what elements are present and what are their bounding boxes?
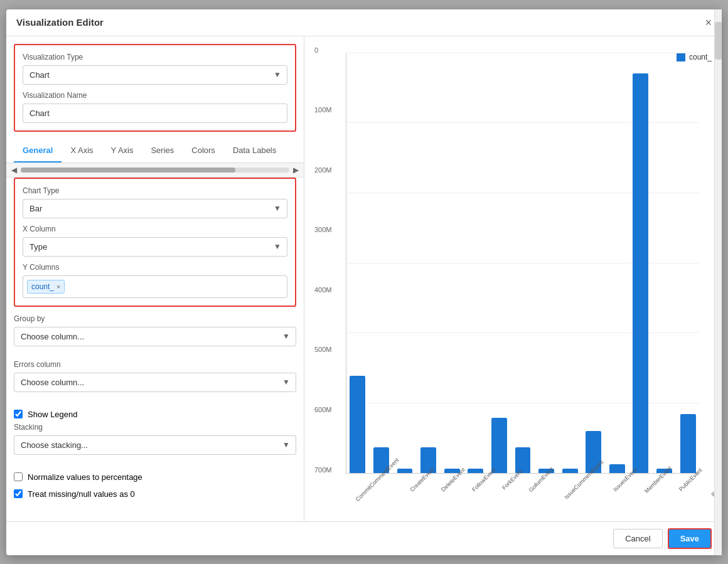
x-column-label: X Column: [23, 225, 287, 233]
bar-group: [464, 53, 487, 473]
bar: [680, 414, 696, 473]
x-label: ForkEvent: [497, 475, 523, 511]
bar-group: [346, 53, 369, 473]
bar: [397, 469, 413, 473]
show-legend-checkbox[interactable]: [14, 410, 23, 418]
chart-type-wrapper: Bar ▼: [23, 199, 287, 218]
bar-group: [629, 53, 652, 473]
normalize-label: Normalize values to percentage: [28, 472, 142, 482]
show-legend-label: Show Legend: [28, 410, 78, 419]
x-axis-labels: CommitCommentEventCreateEventDeleteEvent…: [346, 475, 699, 511]
x-label: CreateEvent: [404, 475, 436, 511]
modal-body: Visualization Type Chart ▼ Visualization…: [6, 36, 722, 521]
y-column-tag-label: count_: [31, 282, 54, 291]
treat-missing-checkbox[interactable]: [14, 489, 23, 498]
bar: [468, 469, 483, 473]
scroll-track: [21, 168, 289, 173]
x-label: PublicEvent: [673, 475, 704, 511]
scrollbar[interactable]: [714, 36, 722, 521]
show-legend-row: Show Legend: [6, 406, 304, 423]
x-label: IssuesEvent: [608, 475, 638, 511]
tab-series[interactable]: Series: [142, 139, 183, 162]
tab-data-labels[interactable]: Data Labels: [224, 139, 285, 162]
scroll-thumb[interactable]: [21, 168, 235, 173]
visualization-editor-modal: Visualization Editor × Visualization Typ…: [6, 9, 722, 555]
y-column-tag: count_ ×: [27, 280, 65, 294]
bar: [350, 376, 365, 472]
y-columns-box[interactable]: count_ ×: [23, 275, 287, 298]
x-column-wrapper: Type ▼: [23, 237, 287, 257]
bar-group: [606, 53, 629, 473]
y-axis-labels: 700M 600M 500M 400M 300M 200M 100M 0: [314, 46, 343, 474]
right-panel: count_ 700M 600M 500M 400M 300M 200M 100…: [304, 36, 722, 521]
bar: [609, 464, 625, 472]
scroll-right-icon[interactable]: ▶: [293, 166, 299, 174]
viz-type-select[interactable]: Chart: [23, 65, 287, 85]
chart-type-label: Chart Type: [23, 186, 287, 195]
bar-group: [393, 53, 416, 473]
chart-type-select[interactable]: Bar: [23, 199, 287, 218]
tabs-bar: General X Axis Y Axis Series Colors Data…: [6, 139, 304, 163]
viz-name-label: Visualization Name: [23, 91, 287, 100]
errors-column-section: Errors column Choose column... ▼: [6, 360, 304, 406]
chart-area: count_ 700M 600M 500M 400M 300M 200M 100…: [314, 46, 712, 511]
tab-y-axis[interactable]: Y Axis: [102, 139, 142, 162]
stacking-select[interactable]: Choose stacking...: [14, 435, 296, 455]
bar-group: [677, 53, 699, 473]
save-button[interactable]: Save: [668, 528, 712, 549]
treat-missing-row: Treat missing/null values as 0: [6, 486, 304, 503]
y-label-7: 700M: [314, 466, 343, 474]
x-label: IssueCommentEvent: [555, 475, 608, 511]
group-by-label: Group by: [14, 314, 296, 323]
y-label-4: 400M: [314, 286, 343, 294]
bar: [562, 469, 578, 473]
x-label: DeleteEvent: [436, 475, 466, 511]
viz-type-wrapper: Chart ▼: [23, 65, 287, 85]
group-by-select[interactable]: Choose column...: [14, 327, 296, 346]
y-label-0: 0: [314, 46, 343, 54]
left-panel: Visualization Type Chart ▼ Visualization…: [6, 36, 304, 521]
x-label: GollumEvent: [523, 475, 555, 511]
tab-colors[interactable]: Colors: [183, 139, 224, 162]
viz-type-label: Visualization Type: [23, 53, 287, 61]
x-label: MemberEvent: [638, 475, 673, 511]
stacking-label: Stacking: [14, 423, 296, 432]
bar-group: [535, 53, 558, 473]
cancel-button[interactable]: Cancel: [613, 529, 662, 548]
modal-overlay: Visualization Editor × Visualization Typ…: [0, 0, 728, 564]
errors-column-wrapper: Choose column... ▼: [14, 373, 296, 392]
scroll-left-icon[interactable]: ◀: [11, 166, 17, 174]
bar-group: [582, 53, 605, 473]
stacking-section: Stacking Choose stacking... ▼: [6, 423, 304, 469]
tab-x-axis[interactable]: X Axis: [62, 139, 102, 162]
x-column-select[interactable]: Type: [23, 237, 287, 257]
stacking-wrapper: Choose stacking... ▼: [14, 435, 296, 455]
chart-config-section: Chart Type Bar ▼ X Column Type ▼: [14, 178, 296, 307]
errors-column-label: Errors column: [14, 360, 296, 369]
group-by-wrapper: Choose column... ▼: [14, 327, 296, 346]
bar-group: [653, 53, 676, 473]
close-button[interactable]: ×: [705, 17, 712, 28]
modal-footer: Cancel Save: [6, 521, 722, 555]
y-label-5: 500M: [314, 346, 343, 353]
y-label-1: 100M: [314, 106, 343, 114]
y-column-tag-close[interactable]: ×: [56, 283, 60, 290]
tab-general[interactable]: General: [14, 139, 62, 162]
group-by-section: Group by Choose column... ▼: [6, 314, 304, 360]
modal-title: Visualization Editor: [16, 17, 104, 28]
treat-missing-label: Treat missing/null values as 0: [28, 489, 135, 499]
bar: [491, 418, 507, 472]
normalize-row: Normalize values to percentage: [6, 469, 304, 486]
errors-column-select[interactable]: Choose column...: [14, 373, 296, 392]
viz-name-input[interactable]: [23, 104, 287, 123]
x-label: CommitCommentEvent: [346, 475, 404, 511]
x-label: FollowEvent: [466, 475, 497, 511]
bar: [633, 73, 648, 473]
modal-header: Visualization Editor ×: [6, 9, 722, 36]
y-columns-label: Y Columns: [23, 263, 287, 272]
bar-group: [370, 53, 393, 473]
y-label-6: 600M: [314, 406, 343, 413]
scrollbar-thumb[interactable]: [715, 36, 722, 60]
normalize-checkbox[interactable]: [14, 472, 23, 481]
y-label-3: 300M: [314, 226, 343, 233]
